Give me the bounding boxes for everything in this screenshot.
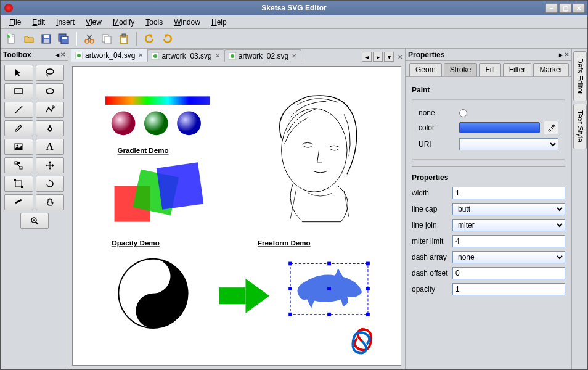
ellipse-tool[interactable] [36, 83, 65, 99]
svg-point-9 [85, 39, 89, 43]
copy-button[interactable] [99, 31, 114, 46]
artwork-svg: Gradient Demo Op [73, 67, 401, 365]
opacity-input[interactable] [452, 283, 565, 295]
tab-prev-button[interactable]: ◂ [362, 52, 372, 62]
toolbox-panel: Toolbox ◂✕ A [1, 49, 68, 369]
proptab-marker[interactable]: Marker [533, 63, 568, 76]
tabbar-close-icon[interactable]: ✕ [398, 54, 402, 60]
save-all-button[interactable] [56, 31, 71, 46]
svg-rect-16 [122, 34, 126, 36]
close-window-button[interactable]: ✕ [573, 3, 585, 13]
dolphin-selected[interactable] [288, 262, 370, 316]
proptab-stroke[interactable]: Stroke [444, 63, 478, 76]
sidetab-defs[interactable]: Defs Editor [573, 51, 587, 101]
hand-tool[interactable] [36, 194, 65, 210]
tab-artwork-04[interactable]: artwork_04.svg ✕ [71, 49, 148, 62]
text-tool[interactable]: A [36, 139, 65, 155]
svg-point-47 [148, 305, 158, 316]
maximize-button[interactable]: ▢ [559, 3, 571, 13]
proptab-filter[interactable]: Filter [503, 63, 532, 76]
zoom-tool[interactable] [20, 213, 49, 229]
tab-close-icon[interactable]: ✕ [291, 53, 297, 59]
svg-point-44 [282, 109, 347, 192]
svg-rect-4 [44, 35, 49, 38]
eyedropper-button[interactable] [544, 121, 558, 134]
minimize-button[interactable]: – [545, 3, 558, 13]
collapse-icon[interactable]: ◂ [55, 51, 59, 59]
tab-artwork-03[interactable]: artwork_03.svg ✕ [147, 49, 224, 62]
tab-next-button[interactable]: ▸ [373, 52, 383, 62]
dashoffset-label: dash offset [412, 269, 449, 278]
new-file-button[interactable]: + [4, 31, 19, 46]
miterlimit-label: miter limit [412, 237, 449, 245]
cut-button[interactable] [82, 31, 97, 46]
width-input[interactable] [452, 187, 565, 199]
redo-button[interactable] [160, 31, 174, 46]
move-tool[interactable] [36, 157, 65, 173]
open-file-button[interactable] [22, 31, 36, 46]
pencil-tool[interactable] [4, 120, 33, 136]
gradient-tool[interactable] [4, 194, 33, 210]
width-label: width [412, 189, 449, 197]
select-tool[interactable] [4, 65, 33, 81]
menu-help[interactable]: Help [206, 17, 232, 28]
svg-rect-31 [15, 181, 22, 187]
paint-none-radio[interactable] [459, 109, 467, 117]
svg-rect-25 [15, 162, 17, 164]
tab-label: artwork_04.svg [85, 51, 135, 60]
tab-label: artwork_02.svg [239, 52, 288, 60]
svg-point-10 [90, 39, 94, 43]
tab-list-button[interactable]: ▾ [384, 52, 394, 62]
menu-insert[interactable]: Insert [51, 17, 80, 28]
tool-grid: A [1, 61, 68, 232]
save-button[interactable] [39, 31, 54, 46]
rectangle-tool[interactable] [4, 83, 33, 99]
tab-close-icon[interactable]: ✕ [214, 53, 221, 59]
line-tool[interactable] [4, 102, 33, 118]
svg-rect-59 [552, 124, 555, 128]
image-tool[interactable] [4, 139, 33, 155]
menu-view[interactable]: View [81, 17, 107, 28]
pen-tool[interactable] [36, 120, 65, 136]
tab-close-icon[interactable]: ✕ [137, 52, 144, 59]
titlebar[interactable]: Sketsa SVG Editor – ▢ ✕ [1, 1, 587, 15]
node-edit-tool[interactable] [4, 157, 33, 173]
proptab-fill[interactable]: Fill [479, 63, 500, 76]
linecap-select[interactable]: butt [452, 203, 565, 215]
paint-uri-select[interactable] [459, 138, 558, 150]
paint-uri-label: URI [419, 140, 455, 149]
svg-rect-48 [219, 287, 246, 304]
svg-line-27 [17, 164, 20, 166]
dasharray-select[interactable]: none [452, 251, 565, 263]
linejoin-select[interactable]: miter [452, 219, 565, 231]
menu-window[interactable]: Window [169, 17, 205, 28]
menu-tools[interactable]: Tools [141, 17, 168, 28]
menu-modify[interactable]: Modify [108, 17, 139, 28]
canvas[interactable]: Gradient Demo Op [72, 66, 401, 366]
svg-file-icon [75, 52, 83, 59]
menu-file[interactable]: File [4, 17, 26, 28]
undo-button[interactable] [142, 31, 157, 46]
paste-button[interactable] [116, 31, 131, 46]
tab-artwork-02[interactable]: artwork_02.svg ✕ [224, 49, 301, 62]
svg-point-43 [231, 54, 234, 58]
expand-icon[interactable]: ▸ [559, 51, 563, 59]
panel-close-icon[interactable]: ✕ [564, 51, 569, 58]
sphere-red [112, 112, 136, 136]
opacity-blue-square [157, 162, 204, 210]
proptab-geom[interactable]: Geom [409, 63, 442, 76]
polyline-tool[interactable] [36, 102, 65, 118]
panel-close-icon[interactable]: ✕ [60, 51, 65, 58]
svg-point-18 [46, 69, 54, 74]
props-section-title: Properties [412, 173, 565, 182]
svg-rect-33 [21, 186, 23, 188]
miterlimit-input[interactable] [452, 235, 565, 247]
dashoffset-input[interactable] [452, 267, 565, 279]
sidetab-text-style[interactable]: Text Style [573, 104, 587, 149]
paint-color-swatch[interactable] [459, 122, 540, 133]
rotate-tool[interactable] [36, 176, 65, 192]
lasso-tool[interactable] [36, 65, 65, 81]
transform-tool[interactable] [4, 176, 33, 192]
menu-edit[interactable]: Edit [27, 17, 50, 28]
svg-rect-58 [366, 313, 370, 316]
